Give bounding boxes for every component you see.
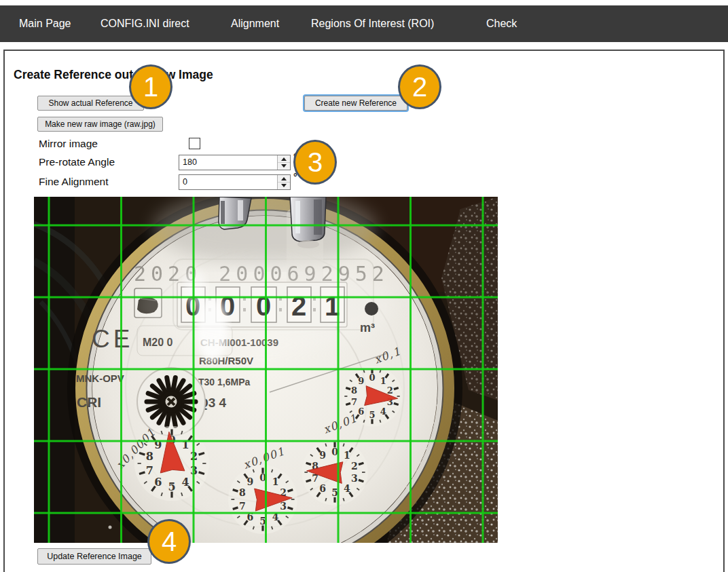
top-nav: Main Page CONFIG.INI direct Alignment Re… [0, 5, 728, 42]
svg-text:M20 0: M20 0 [143, 337, 173, 348]
dial-digit: 4 [380, 406, 386, 417]
fine-alignment-input[interactable]: 0 [179, 174, 291, 190]
nav-main-page[interactable]: Main Page [19, 5, 71, 42]
pre-rotate-angle-value: 180 [183, 155, 197, 170]
annotation-badge-3: 3 [293, 140, 337, 185]
mirror-image-checkbox[interactable] [189, 138, 200, 149]
update-reference-image-button[interactable]: Update Reference Image [37, 548, 151, 565]
svg-text:MNK-OPV: MNK-OPV [76, 373, 124, 384]
dial-digit: 0 [369, 373, 375, 383]
dial-digit: 8 [351, 385, 357, 396]
annotation-badge-1: 1 [129, 64, 172, 109]
nav-roi[interactable]: Regions Of Interest (ROI) [311, 5, 434, 42]
spinner [277, 155, 290, 170]
dial-digit: 2 [387, 385, 393, 396]
pre-rotate-angle-input[interactable]: 180 [179, 155, 291, 170]
dial-digit: 1 [380, 376, 386, 386]
pre-rotate-angle-label: Pre-rotate Angle [39, 156, 115, 168]
dial-digit: 4 [344, 483, 350, 494]
dial-digit: 9 [358, 376, 364, 386]
dial-digit: 7 [239, 501, 246, 512]
create-new-reference-button[interactable]: Create new Reference [304, 96, 407, 111]
spin-down-icon[interactable] [278, 163, 290, 170]
gear-wheel-icon [137, 368, 205, 436]
ce-mark: CE [92, 325, 133, 353]
spin-up-icon[interactable] [278, 155, 290, 163]
dial-digit: 5 [331, 487, 338, 498]
nav-check[interactable]: Check [486, 5, 517, 42]
annotation-badge-2: 2 [398, 64, 441, 109]
annotation-badge-4: 4 [147, 519, 191, 564]
nav-config-ini[interactable]: CONFIG.INI direct [101, 5, 189, 42]
reference-raw-image: 2020 2000692952 0 0 0 2 1 [34, 197, 498, 543]
dial-digit: 6 [319, 483, 326, 494]
dial-digit: 5 [369, 410, 375, 420]
dial-digit: 6 [358, 406, 364, 417]
dial-digit: 7 [351, 397, 357, 407]
dial-digit: 1 [272, 476, 279, 487]
dial-digit: 5 [168, 480, 175, 493]
meter-photo: 2020 2000692952 0 0 0 2 1 [34, 197, 498, 543]
dial-digit: 3 [351, 473, 358, 484]
spin-down-icon[interactable] [278, 183, 290, 189]
dial-digit: 1 [344, 450, 350, 461]
dial-digit: 7 [146, 464, 153, 477]
spin-up-icon[interactable] [278, 175, 290, 183]
show-actual-reference-button[interactable]: Show actual Reference [37, 96, 144, 111]
dial-digit: 9 [247, 476, 254, 487]
svg-text:T30 1,6MPa: T30 1,6MPa [198, 377, 250, 387]
dial-digit: 8 [239, 487, 246, 498]
dial-digit: 9 [319, 450, 326, 461]
fine-alignment-label: Fine Alignment [39, 176, 109, 188]
nav-alignment[interactable]: Alignment [231, 5, 279, 42]
svg-text:CRI: CRI [77, 394, 101, 410]
dial-digit: 2 [351, 461, 358, 472]
make-new-raw-image-button[interactable]: Make new raw image (raw.jpg) [37, 117, 163, 132]
dial-digit: 4 [182, 476, 189, 489]
page-title: Create Reference out of Raw Image [14, 68, 213, 82]
dial-digit: 6 [154, 476, 162, 489]
dial-digit: 8 [146, 450, 153, 463]
fine-alignment-value: 0 [183, 175, 187, 189]
spinner [277, 175, 290, 189]
mirror-image-label: Mirror image [39, 138, 98, 150]
